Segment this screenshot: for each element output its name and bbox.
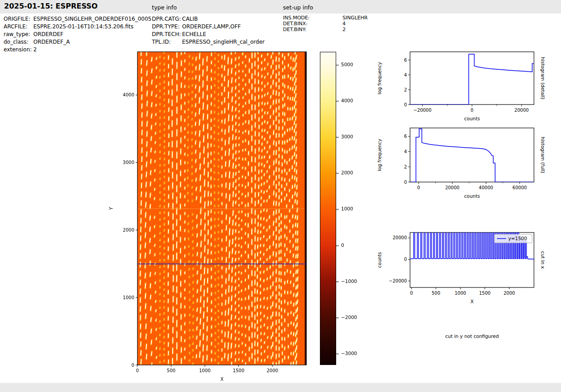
svg-text:−20000: −20000 [389,278,407,283]
svg-text:0: 0 [404,257,407,262]
footer-bar: powered by QC: www.eso.org/HC created by… [0,383,561,392]
svg-text:20000: 20000 [392,235,407,240]
colorbar-tick [336,137,339,137]
page-title: 2025-01-15: ESPRESSO [4,2,98,10]
svg-text:4000: 4000 [123,92,134,97]
colorbar-tick-label: 3000 [341,134,353,139]
svg-text:0: 0 [470,108,473,113]
histogram-detail-ylabel: log frequency [377,62,382,94]
svg-text:4: 4 [404,73,407,77]
field-value: SINGLEHR [342,15,368,21]
svg-text:6: 6 [404,58,407,63]
svg-text:1500: 1500 [233,368,244,373]
raw-image-axes: 050010001500200001000200030004000XY [108,47,315,387]
colorbar-tick [336,101,339,101]
svg-text:60000: 60000 [512,185,527,190]
histogram-full-xlabel: counts [464,193,480,199]
svg-text:20000: 20000 [515,108,529,113]
cut-in-x-ylabel: counts [377,252,382,268]
colorbar-tick-label: −3000 [341,351,357,356]
field-label: ARCFILE: [4,23,27,30]
colorbar-tick-label: −2000 [341,315,357,320]
colorbar-tick [336,354,339,354]
svg-text:1000: 1000 [455,291,466,296]
colorbar-tick [336,209,339,210]
cut-in-x-xlabel: X [470,299,474,304]
field-label: do_class: [4,39,28,45]
field-label: extension: [4,46,32,53]
field-label: DPR.TECH: [152,31,181,37]
cut-in-x-axes: 0500100015002000−20000020000Xcountscut i… [377,232,546,304]
svg-text:40000: 40000 [479,185,493,190]
svg-text:1000: 1000 [199,368,210,373]
svg-text:3000: 3000 [123,160,134,165]
svg-text:−20000: −20000 [413,108,431,113]
colorbar-tick-label: −1000 [341,278,357,284]
svg-text:20000: 20000 [445,185,460,190]
svg-text:2000: 2000 [267,368,278,373]
svg-text:2000: 2000 [123,228,134,232]
field-value: 2 [33,46,37,53]
field-value: 2 [342,27,346,33]
colorbar-tick [336,318,339,318]
colorbar-tick-label: 0 [341,242,344,248]
colorbar-tick [336,173,339,173]
colorbar-tick-label: 5000 [341,62,353,67]
field-value: ORDERDEF_A [33,39,70,45]
field-label: ORIGFILE: [4,16,30,22]
field-value: ESPRESSO_singleHR_cal_order [182,39,265,45]
histogram-detail-plot: −200000200000246countslog frequencyhisto… [372,47,552,128]
svg-text:1500: 1500 [479,291,490,296]
histogram-full-series [410,129,533,182]
colorbar-tick [336,65,339,65]
field-label: TPL.ID: [152,39,171,45]
cut-in-x-legend: y=1500 [494,234,532,243]
histogram-detail-series [410,54,534,105]
cut-legend-label: y=1500 [508,236,527,241]
svg-text:0: 0 [417,185,420,190]
field-label: DET.BINY: [283,27,306,33]
svg-text:0: 0 [404,180,407,185]
svg-text:2000: 2000 [503,291,515,296]
colorbar-tick-label: 1000 [341,206,353,211]
header-bar: 2025-01-15: ESPRESSO type info set-up in… [0,0,561,14]
field-label: DET.BINX: [283,21,308,27]
field-value: ECHELLE [182,31,206,37]
colorbar-tick-label: 2000 [341,170,353,175]
raw-image-ylabel: Y [108,207,114,210]
histogram-full-right-title: histogram (full) [540,137,546,173]
type-info-heading: type info [152,4,177,11]
svg-text:0: 0 [136,368,139,373]
cut-in-y-note: cut in y not configured [410,333,534,339]
raw-image-xlabel: X [220,376,223,382]
field-label: INS.MODE: [283,15,310,21]
field-value: 4 [342,21,346,27]
field-label: DPR.CATG: [152,16,181,22]
setup-info-heading: set-up info [283,4,313,11]
svg-text:2: 2 [404,87,407,92]
histogram-full-axes: 02000040000600000246countslog frequencyh… [377,128,546,199]
field-value: ESPRE.2025-01-16T10:14:53.206.fits [33,23,133,30]
histogram-detail-axes: −200000200000246countslog frequencyhisto… [377,52,546,121]
colorbar-tick [336,246,339,246]
svg-text:0: 0 [404,102,407,107]
histogram-full-plot: 02000040000600000246countslog frequencyh… [372,123,552,207]
colorbar-tick [336,282,339,282]
histogram-full-ylabel: log frequency [377,139,382,171]
field-value: ESPRESSO_SINGLEHR_ORDERDEF016_0005 [33,16,151,22]
field-label: raw_type: [4,31,30,37]
svg-text:500: 500 [432,291,440,296]
histogram-detail-right-title: histogram (detail) [540,57,546,99]
cut-in-x-plot: 0500100015002000−20000020000Xcountscut i… [372,228,552,309]
colorbar-tick-label: 4000 [341,98,353,103]
svg-text:0: 0 [132,363,134,368]
histogram-detail-xlabel: counts [464,116,480,121]
svg-text:2: 2 [404,164,407,169]
field-value: CALIB [182,16,198,22]
cut-in-x-right-title: cut in x [540,251,546,269]
raw-image-axes: 050010001500200001000200030004000XY [108,52,306,382]
field-value: ORDERDEF,LAMP,OFF [182,23,241,30]
svg-text:500: 500 [167,368,175,373]
field-label: DPR.TYPE: [152,23,180,30]
field-value: ORDERDEF [33,31,64,37]
